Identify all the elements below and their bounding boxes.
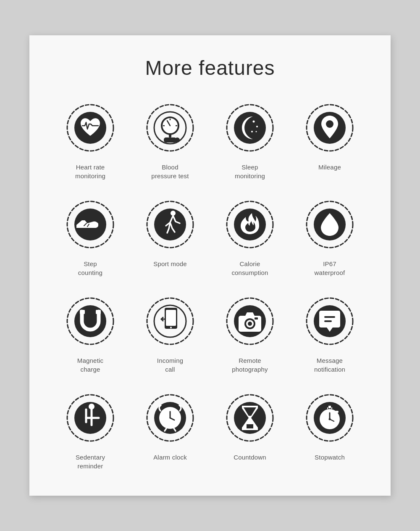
svg-point-32 <box>74 305 106 337</box>
feature-item-message-notification: Message notification <box>294 294 365 374</box>
bloodpressure-icon <box>143 100 197 155</box>
feature-item-sleep-monitoring: Sleep monitoring <box>214 100 286 180</box>
features-grid: Heart rate monitoring Blood pressure <box>55 100 365 470</box>
sedentary-icon <box>63 391 118 445</box>
feature-item-blood-pressure: Blood pressure test <box>134 100 206 180</box>
feature-label-blood-pressure: Blood pressure test <box>151 163 189 180</box>
feature-item-sedentary-reminder: Sedentary reminder <box>55 391 126 470</box>
fire-icon <box>223 197 277 252</box>
feature-label-message-notification: Message notification <box>314 356 345 374</box>
feature-label-waterproof: IP67 waterproof <box>315 259 345 277</box>
svg-rect-50 <box>324 320 332 322</box>
svg-point-18 <box>256 131 257 132</box>
feature-item-calorie: Calorie consumption <box>214 197 286 277</box>
hourglass-icon <box>223 391 277 445</box>
feature-item-magnetic-charge: Magnetic charge <box>55 294 126 374</box>
feature-item-remote-photography: Remote photography <box>214 294 286 374</box>
svg-rect-49 <box>324 316 335 318</box>
sport-icon <box>143 197 197 252</box>
camera-icon <box>223 294 277 349</box>
svg-point-17 <box>251 131 253 132</box>
page-title: More features <box>55 56 365 79</box>
feature-item-incoming-call: Incoming call <box>134 294 206 374</box>
feature-label-remote-photography: Remote photography <box>232 356 268 374</box>
feature-item-step-counting: Step counting <box>55 197 126 277</box>
svg-point-26 <box>171 211 176 216</box>
feature-item-countdown: Countdown <box>214 391 286 470</box>
feature-label-sport-mode: Sport mode <box>153 259 187 268</box>
svg-point-15 <box>253 121 255 123</box>
svg-rect-10 <box>169 133 171 137</box>
stopwatch-icon <box>302 391 357 445</box>
svg-point-45 <box>248 322 252 326</box>
feature-item-sport-mode: Sport mode <box>134 197 206 277</box>
svg-point-14 <box>234 112 266 144</box>
message-icon <box>302 294 357 349</box>
feature-item-waterproof: IP67 waterproof <box>294 197 365 277</box>
phone-icon <box>143 294 197 349</box>
svg-point-68 <box>329 418 331 420</box>
feature-item-mileage: Mileage <box>294 100 365 180</box>
feature-label-countdown: Countdown <box>234 453 266 462</box>
location-icon <box>302 100 357 155</box>
magnet-icon <box>63 294 118 349</box>
feature-label-magnetic-charge: Magnetic charge <box>77 356 103 374</box>
feature-label-incoming-call: Incoming call <box>157 356 183 374</box>
svg-rect-46 <box>255 317 258 320</box>
feature-label-alarm-clock: Alarm clock <box>153 453 187 462</box>
sleep-icon <box>223 100 277 155</box>
shoe-icon <box>63 197 118 252</box>
svg-rect-65 <box>335 411 339 413</box>
svg-rect-64 <box>328 406 331 408</box>
svg-rect-33 <box>80 310 85 314</box>
main-card: More features Heart rate monitoring <box>29 35 391 496</box>
svg-point-21 <box>326 120 333 128</box>
feature-label-calorie: Calorie consumption <box>231 259 268 277</box>
feature-label-heart-rate: Heart rate monitoring <box>75 163 105 180</box>
svg-point-12 <box>175 137 180 143</box>
feature-item-stopwatch: Stopwatch <box>294 391 365 470</box>
feature-item-alarm-clock: Alarm clock <box>134 391 206 470</box>
feature-label-mileage: Mileage <box>318 163 341 172</box>
feature-label-sedentary-reminder: Sedentary reminder <box>76 453 105 470</box>
feature-label-stopwatch: Stopwatch <box>315 453 345 462</box>
feature-label-step-counting: Step counting <box>78 259 102 277</box>
svg-point-39 <box>170 327 172 328</box>
feature-label-sleep-monitoring: Sleep monitoring <box>235 163 265 180</box>
drop-icon <box>302 197 357 252</box>
svg-rect-38 <box>166 310 176 326</box>
feature-item-heart-rate: Heart rate monitoring <box>55 100 126 180</box>
svg-rect-34 <box>96 310 101 314</box>
svg-rect-11 <box>164 137 176 143</box>
heart-icon <box>63 100 118 155</box>
alarm-icon <box>143 391 197 445</box>
svg-point-16 <box>256 126 258 127</box>
